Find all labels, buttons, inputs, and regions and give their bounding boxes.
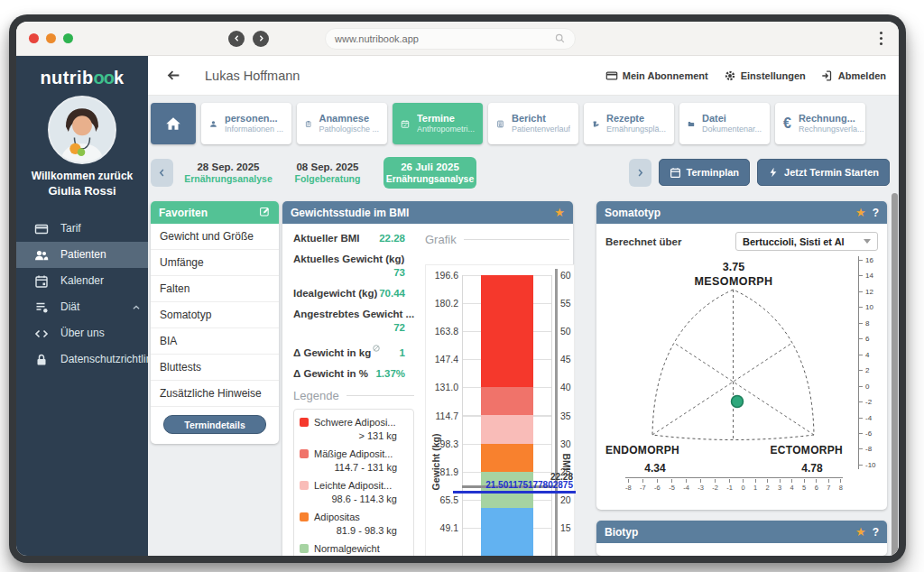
bmi-stacked-bar bbox=[481, 275, 533, 556]
help-icon[interactable]: ? bbox=[873, 207, 879, 219]
prev-appointments-button[interactable] bbox=[151, 159, 173, 187]
sidebar-item-ueber-uns[interactable]: Über uns bbox=[16, 320, 148, 346]
somatotype-x-axis: -8-7-6-5-4-3-2-1012345678 bbox=[625, 477, 843, 492]
window-controls[interactable] bbox=[29, 33, 73, 43]
somatotype-header: Somatotyp ★ ? bbox=[596, 201, 887, 224]
tab-home[interactable] bbox=[151, 103, 196, 144]
browser-forward-button[interactable] bbox=[253, 31, 269, 47]
tab-termine[interactable]: TermineAnthropometri... bbox=[393, 103, 483, 144]
tab-rechnung[interactable]: € Rechnung...Rechnungsverla... bbox=[775, 103, 865, 144]
nutribook-logo: nutribook bbox=[40, 68, 124, 88]
weight-axis-label: Gewicht (kg) bbox=[430, 417, 441, 507]
fav-item-bluttests[interactable]: Bluttests bbox=[151, 355, 279, 381]
legend-item: Schwere Adiposi... > 131 kg bbox=[300, 417, 408, 441]
tab-bar: personen...Informationen ... AnamnesePat… bbox=[151, 103, 890, 144]
terminplan-button[interactable]: Terminplan bbox=[659, 159, 750, 186]
address-bar[interactable]: www.nutribook.app bbox=[325, 28, 576, 50]
favorite-star-icon[interactable]: ★ bbox=[855, 525, 866, 539]
gear-icon bbox=[724, 69, 736, 82]
logout-button[interactable]: Abmelden bbox=[821, 69, 886, 82]
bmi-legend: Schwere Adiposi... > 131 kg Mäßige Adipo… bbox=[293, 409, 414, 556]
card-icon bbox=[605, 69, 618, 82]
search-icon bbox=[554, 32, 566, 44]
fav-item-gewicht[interactable]: Gewicht und Größe bbox=[151, 224, 279, 250]
chevron-left-icon bbox=[157, 168, 167, 178]
help-icon[interactable]: ? bbox=[873, 526, 879, 539]
person-icon bbox=[209, 115, 217, 133]
bmi-panel-header: Gewichtsstudie im BMI ★ bbox=[282, 201, 573, 224]
sidebar-item-kalender[interactable]: Kalender bbox=[16, 268, 148, 294]
maximize-window-button[interactable] bbox=[63, 33, 73, 43]
tab-datei[interactable]: DateiDokumentenar... bbox=[679, 103, 770, 144]
appointment-item[interactable]: 08 Sep. 2025 Folgeberatung bbox=[278, 161, 377, 185]
mesomorph-label: MESOMORPH bbox=[596, 275, 871, 288]
euro-icon: € bbox=[783, 115, 791, 132]
folder-icon bbox=[688, 115, 695, 133]
legend-swatch bbox=[300, 544, 309, 553]
start-termin-button[interactable]: Jetzt Termin Starten bbox=[757, 159, 890, 186]
code-icon bbox=[34, 327, 49, 341]
sidebar-item-datenschutz[interactable]: Datenschutzrichtlinie bbox=[16, 346, 148, 373]
avatar bbox=[48, 96, 116, 164]
ideal-bmi-value: 21.501175177802875 bbox=[485, 480, 573, 490]
browser-menu-button[interactable] bbox=[880, 32, 882, 45]
logout-icon bbox=[821, 69, 834, 82]
fav-item-falten[interactable]: Falten bbox=[151, 276, 279, 302]
fav-item-bia[interactable]: BIA bbox=[151, 328, 279, 355]
biotype-header: Biotyp ★ ? bbox=[596, 521, 887, 543]
browser-back-button[interactable] bbox=[228, 31, 245, 47]
fav-item-hinweise[interactable]: Zusätzliche Hinweise bbox=[151, 381, 279, 407]
main-area: Lukas Hoffmann Mein Abonnement Einstellu… bbox=[148, 56, 899, 556]
bmi-panel-title: Gewichtsstudie im BMI bbox=[291, 207, 409, 219]
sidebar-item-tarif[interactable]: Tarif bbox=[16, 216, 148, 242]
fav-item-umfaenge[interactable]: Umfänge bbox=[151, 250, 279, 276]
settings-button[interactable]: Einstellungen bbox=[724, 69, 806, 82]
grafik-heading: Grafik bbox=[425, 233, 569, 246]
sidebar-item-patienten[interactable]: Patienten bbox=[16, 242, 148, 268]
somatotype-panel: Somatotyp ★ ? Berechnet über Bertuccioli… bbox=[596, 201, 887, 510]
favorite-star-icon[interactable]: ★ bbox=[855, 206, 866, 219]
users-icon bbox=[34, 248, 49, 263]
somatotype-y-axis: 1614121086420-2-4-6-8-10 bbox=[858, 256, 876, 469]
biotype-panel: Biotyp ★ ? bbox=[596, 521, 887, 556]
appointment-item-selected[interactable]: 26 Juli 2025 Ernährungsanalyse bbox=[383, 157, 476, 189]
sidebar-item-diaet[interactable]: Diät bbox=[16, 294, 148, 320]
bar-segment bbox=[481, 415, 533, 443]
ectomorph-value: 4.78 bbox=[781, 462, 844, 475]
tab-anamnese[interactable]: AnamnesePathologische ... bbox=[297, 103, 387, 144]
next-appointments-button[interactable] bbox=[629, 159, 651, 187]
bmi-chart: 196.6180.2163.8147.4131.0114.798.381.965… bbox=[425, 264, 575, 556]
endomorph-value: 4.34 bbox=[624, 462, 687, 475]
close-window-button[interactable] bbox=[29, 33, 39, 43]
list-icon bbox=[34, 300, 49, 315]
fav-item-somatotyp[interactable]: Somatotyp bbox=[151, 302, 279, 328]
appointment-item[interactable]: 28 Sep. 2025 Ernährungsanalyse bbox=[179, 161, 278, 185]
browser-chrome: www.nutribook.app bbox=[16, 22, 899, 56]
mesomorph-value: 3.75 bbox=[596, 261, 871, 273]
favorites-panel: Favoriten Gewicht und Größe Umfänge Falt… bbox=[151, 201, 279, 444]
method-select[interactable]: Bertuccioli, Sisti et Al bbox=[735, 232, 878, 251]
biotype-title: Biotyp bbox=[605, 526, 638, 539]
chevron-right-icon bbox=[635, 168, 645, 178]
report-icon bbox=[496, 115, 504, 133]
metric-row: Aktuelles Gewicht (kg) 73 bbox=[293, 254, 405, 278]
ectomorph-label: ECTOMORPH bbox=[771, 444, 843, 457]
chevron-down-icon bbox=[864, 239, 871, 244]
chevron-right-icon bbox=[257, 34, 265, 42]
endomorph-label: ENDOMORPH bbox=[605, 444, 679, 457]
minimize-window-button[interactable] bbox=[46, 33, 56, 43]
tab-bericht[interactable]: BerichtPatientenverlauf bbox=[488, 103, 578, 144]
tab-personendaten[interactable]: personen...Informationen ... bbox=[201, 103, 291, 144]
scrollbar[interactable] bbox=[892, 193, 898, 556]
info-icon[interactable] bbox=[373, 345, 380, 352]
termindetails-button[interactable]: Termindetails bbox=[163, 415, 266, 434]
somatotype-title: Somatotyp bbox=[605, 207, 661, 219]
back-arrow-icon[interactable] bbox=[166, 68, 181, 83]
tab-rezepte[interactable]: RezepteErnährungsplä... bbox=[584, 103, 674, 144]
bar-segment bbox=[481, 275, 533, 387]
edit-icon[interactable] bbox=[259, 206, 271, 217]
favorite-star-icon[interactable]: ★ bbox=[554, 206, 565, 219]
subscription-button[interactable]: Mein Abonnement bbox=[605, 69, 708, 82]
home-icon bbox=[164, 115, 182, 133]
metric-row: Angestrebtes Gewicht ... 72 bbox=[293, 309, 405, 333]
